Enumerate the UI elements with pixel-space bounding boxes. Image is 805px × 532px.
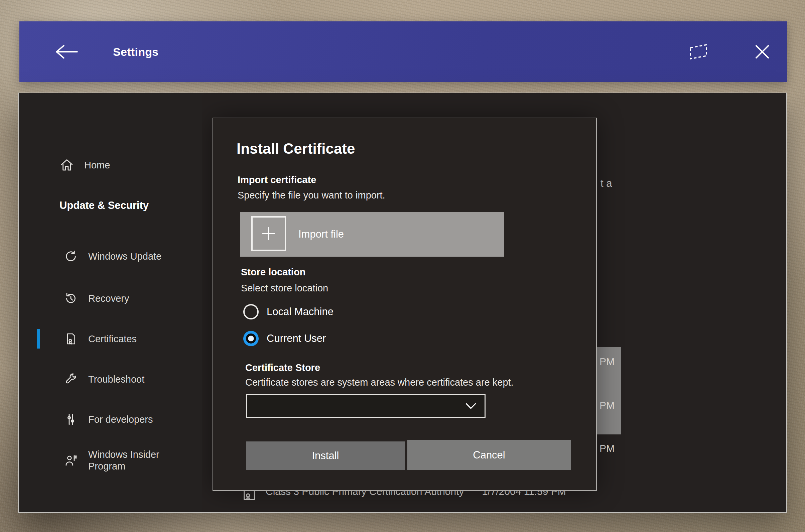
certificate-store-dropdown[interactable] <box>246 394 485 418</box>
sidebar-item-windows-insider-program[interactable]: Windows Insider Program <box>19 442 202 479</box>
close-icon <box>753 43 771 61</box>
wrench-icon <box>63 373 78 386</box>
background-partial-text: t a <box>600 177 612 189</box>
sidebar-item-home[interactable]: Home <box>19 154 202 176</box>
chevron-down-icon <box>465 402 477 410</box>
sidebar-item-certificates[interactable]: Certificates <box>19 327 202 350</box>
sidebar-item-recovery[interactable]: Recovery <box>19 287 202 310</box>
back-button[interactable] <box>50 40 81 63</box>
insider-person-icon <box>63 454 78 467</box>
sidebar-section-title: Update & Security <box>19 200 202 211</box>
radio-selected-icon <box>243 331 258 346</box>
sidebar-item-label: Windows Insider Program <box>88 449 189 473</box>
sync-icon <box>63 250 78 263</box>
import-file-button[interactable]: Import file <box>240 212 504 256</box>
radio-current-user[interactable]: Current User <box>243 331 326 346</box>
import-certificate-heading: Import certificate <box>237 174 316 186</box>
window-mode-button[interactable] <box>684 39 712 64</box>
sidebar-item-label: Home <box>84 160 110 171</box>
sidebar-item-label: Troubleshoot <box>88 374 145 385</box>
sidebar: Home Update & Security Windows Update Re… <box>19 93 202 512</box>
history-icon <box>63 292 78 305</box>
home-icon <box>59 158 74 172</box>
dev-sliders-icon <box>63 413 78 426</box>
sidebar-item-label: For developers <box>88 414 153 425</box>
certificates-page: t a PM PM PM Class 3 Public Primary Cert… <box>202 93 786 512</box>
radio-label: Local Machine <box>267 306 333 318</box>
install-button[interactable]: Install <box>246 441 405 470</box>
plus-icon <box>251 216 286 251</box>
install-certificate-dialog: Install Certificate Import certificate S… <box>212 118 597 491</box>
cancel-button[interactable]: Cancel <box>407 440 571 470</box>
radio-local-machine[interactable]: Local Machine <box>243 304 333 320</box>
import-file-label: Import file <box>299 228 344 240</box>
sidebar-item-windows-update[interactable]: Windows Update <box>19 245 202 268</box>
sidebar-item-label: Recovery <box>88 293 129 304</box>
certificate-time: PM <box>599 356 615 367</box>
dialog-title: Install Certificate <box>236 140 355 157</box>
sidebar-item-label: Certificates <box>88 334 137 344</box>
radio-label: Current User <box>267 332 326 344</box>
certificate-store-heading: Certificate Store <box>245 362 320 373</box>
sidebar-item-troubleshoot[interactable]: Troubleshoot <box>19 368 202 391</box>
certificate-time: PM <box>599 400 615 411</box>
close-button[interactable] <box>750 39 774 64</box>
titlebar: Settings <box>19 21 787 82</box>
app-title: Settings <box>113 45 159 58</box>
store-location-heading: Store location <box>241 267 305 278</box>
sidebar-item-for-developers[interactable]: For developers <box>19 408 202 431</box>
import-certificate-description: Specify the file you want to import. <box>237 190 385 201</box>
certificate-time: PM <box>599 443 615 454</box>
mixed-reality-window-icon <box>688 42 709 61</box>
settings-window: Home Update & Security Windows Update Re… <box>18 93 787 513</box>
sidebar-item-label: Windows Update <box>88 251 161 262</box>
radio-unselected-icon <box>243 304 258 320</box>
certificate-store-description: Certificate stores are system areas wher… <box>245 377 514 388</box>
certificate-icon <box>63 332 78 345</box>
back-arrow-icon <box>54 43 78 60</box>
store-location-description: Select store location <box>241 283 328 294</box>
